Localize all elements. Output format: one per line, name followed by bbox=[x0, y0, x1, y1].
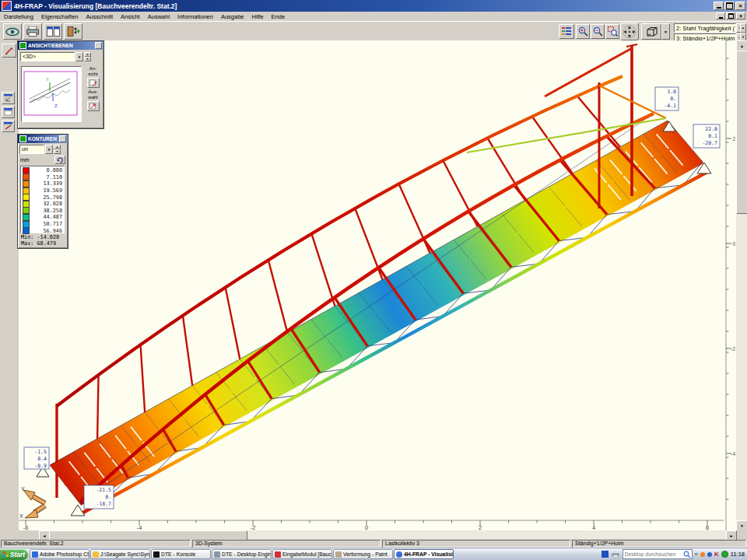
bottom-ruler-labels: -6 -4 -2 0 2 4 6 bbox=[23, 524, 709, 530]
view-eye-button[interactable] bbox=[3, 23, 22, 40]
node-value: 3.0 bbox=[667, 89, 676, 95]
zoom-out-button[interactable] bbox=[591, 24, 605, 39]
menu-hilfe[interactable]: Hilfe bbox=[248, 13, 268, 20]
maximize-button[interactable] bbox=[724, 2, 735, 10]
child-minimize-button[interactable] bbox=[716, 12, 725, 19]
taskbar-item-eingabemodul[interactable]: EingabeModul [Bauchvee... bbox=[272, 549, 332, 559]
child-restore-button[interactable] bbox=[726, 12, 735, 19]
windows-button[interactable] bbox=[44, 23, 62, 40]
node-value: 0.4 bbox=[37, 456, 47, 462]
taskbar-item-explorer[interactable]: J:\Seagate Sync\SyncRe... bbox=[90, 549, 150, 559]
scroll-down-icon[interactable]: ▼ bbox=[736, 520, 747, 531]
view-selector-value: <3D> bbox=[20, 52, 75, 61]
right-ruler-labels: 2 0 -2 -4 bbox=[731, 136, 735, 457]
start-button[interactable]: Start bbox=[0, 549, 28, 560]
zoom-in-button[interactable] bbox=[576, 24, 590, 39]
konturen-panel-title: KONTUREN bbox=[28, 136, 57, 142]
menu-ansicht[interactable]: Ansicht bbox=[117, 13, 144, 20]
panel-shortcut-axes-button[interactable] bbox=[2, 92, 15, 104]
horizontal-scrollbar[interactable]: ◄ ► bbox=[0, 530, 747, 540]
close-button[interactable]: × bbox=[735, 2, 745, 10]
edit-pen-button[interactable] bbox=[2, 44, 16, 58]
search-icon[interactable] bbox=[683, 551, 691, 558]
contour-scale-item: 32.028 bbox=[21, 201, 64, 208]
zoom-in-icon bbox=[578, 26, 588, 37]
menu-ende[interactable]: Ende bbox=[268, 13, 289, 20]
near-bottom-chord bbox=[82, 172, 707, 513]
ansicht-panel-titlebar[interactable]: ANSICHT/EBENEN ▪ bbox=[18, 41, 103, 50]
taskbar-item-paint[interactable]: Verformung - Paint bbox=[333, 549, 393, 559]
unit-settings-button[interactable] bbox=[54, 156, 65, 164]
taskbar-item-4h-frap[interactable]: 4H-FRAP - Visualisier... bbox=[394, 549, 454, 559]
konturen-panel-titlebar[interactable]: KONTUREN ▪ bbox=[18, 135, 68, 143]
konturen-panel-close-button[interactable]: ▪ bbox=[59, 135, 66, 142]
child-close-button[interactable]: × bbox=[736, 12, 745, 19]
spinner-up-icon[interactable]: ▲ bbox=[740, 23, 746, 33]
menu-ausgabe[interactable]: Ausgabe bbox=[217, 13, 248, 20]
menu-darstellung[interactable]: Darstellung bbox=[0, 13, 37, 20]
quantity-selector-value: un bbox=[19, 145, 44, 154]
pan-control[interactable] bbox=[620, 23, 639, 40]
view-preview-thumbnail[interactable]: Y Z bbox=[21, 66, 82, 122]
panel-icon bbox=[19, 42, 26, 49]
view-cube-button[interactable] bbox=[641, 23, 661, 40]
ansicht-apply-button[interactable] bbox=[87, 78, 100, 88]
desktop-search-box[interactable] bbox=[622, 549, 693, 559]
layer-list-icon bbox=[562, 27, 571, 36]
konturen-panel[interactable]: KONTUREN ▪ un ▼ ▲ ▼ mm 0.880 7.110 13.33… bbox=[17, 134, 68, 249]
title-bar[interactable]: 4H-FRAP - Visualisierung [Bauchveerendel… bbox=[0, 0, 747, 12]
node-value: 22.0 bbox=[705, 126, 717, 132]
case-spinner: ▲ ▼ bbox=[740, 23, 746, 42]
zoom-window-button[interactable] bbox=[605, 24, 619, 39]
menu-informationen[interactable]: Informationen bbox=[174, 13, 217, 20]
contour-scale-item: 7.110 bbox=[21, 174, 64, 181]
taskbar-item-photoshop[interactable]: Adobe Photoshop CS3 E... bbox=[30, 549, 89, 559]
panel-shortcut-measure-button[interactable] bbox=[2, 120, 15, 132]
panel-shortcut-view-button[interactable] bbox=[2, 106, 15, 118]
tray-status-icon-green[interactable] bbox=[721, 551, 728, 558]
exit-button[interactable] bbox=[64, 23, 82, 40]
contour-min-value: -14.020 bbox=[37, 234, 59, 240]
status-combination: Ständig+1/2P+Holm bbox=[572, 540, 746, 548]
3d-model-canvas[interactable]: -21.5 0. -18.7 -1.5 0.4 -0.9 22.0 0.1 -2… bbox=[19, 40, 736, 530]
view-selector-dropdown[interactable]: ▼ bbox=[75, 52, 83, 61]
tray-k-icon[interactable]: K bbox=[714, 551, 719, 558]
contour-scale-item: 13.339 bbox=[21, 180, 64, 187]
tray-expand-icon[interactable]: « bbox=[695, 551, 698, 558]
contour-scale-item: 25.798 bbox=[21, 194, 64, 201]
node-value: -18.7 bbox=[96, 501, 111, 507]
minimize-button[interactable] bbox=[714, 2, 724, 10]
tray-app-icon-orange[interactable] bbox=[700, 552, 705, 557]
menu-auswahl[interactable]: Auswahl bbox=[144, 13, 174, 20]
child-window-controls: × bbox=[716, 12, 745, 19]
layer-list-button[interactable] bbox=[559, 24, 574, 39]
node-value: -1.5 bbox=[34, 449, 47, 455]
search-input[interactable] bbox=[623, 551, 683, 558]
view-spin-down[interactable]: ▼ bbox=[84, 57, 91, 61]
panel-icon bbox=[19, 135, 26, 142]
ansicht-panel-menu-button[interactable]: ▪ bbox=[95, 42, 102, 49]
pan-arrows-icon bbox=[622, 25, 637, 39]
auswahl-apply-button[interactable] bbox=[87, 101, 100, 111]
vertical-scroll-thumb[interactable] bbox=[736, 51, 747, 214]
view-cube-dropdown[interactable]: ▼ bbox=[661, 23, 670, 40]
vertical-scrollbar[interactable]: ▲ ▼ bbox=[736, 40, 747, 530]
tray-app-icon-blue[interactable] bbox=[707, 552, 712, 557]
menu-eigenschaften[interactable]: Eigenschaften bbox=[37, 13, 82, 20]
ansicht-panel-title: ANSICHT/EBENEN bbox=[28, 43, 73, 48]
quantity-dropdown[interactable]: ▼ bbox=[45, 145, 53, 154]
result-case-combo[interactable]: 2: Stahl Tragfähigkeit (Th. 2. O ▼ bbox=[674, 23, 745, 33]
start-label: Start bbox=[10, 551, 25, 558]
far-hangers bbox=[97, 96, 620, 439]
y-tick: 2 bbox=[732, 136, 735, 142]
menu-ausschnitt[interactable]: Ausschnitt bbox=[82, 13, 117, 20]
print-button[interactable] bbox=[23, 23, 42, 40]
scroll-up-icon[interactable]: ▲ bbox=[736, 40, 747, 51]
taskbar-item-dte-konsole[interactable]: DTE - Konsole bbox=[151, 549, 211, 559]
refresh-icon bbox=[57, 157, 64, 163]
quantity-spin-down[interactable]: ▼ bbox=[54, 149, 61, 154]
taskbar-item-dte-desktop[interactable]: DTE - Desktop Engineeri... bbox=[212, 549, 272, 559]
tray-language-icon[interactable] bbox=[601, 551, 608, 558]
ansicht-ebenen-panel[interactable]: ANSICHT/EBENEN ▪ <3D> ▼ ▲ ▼ Y Z bbox=[17, 40, 104, 129]
tray-printer-icon[interactable] bbox=[611, 551, 620, 558]
